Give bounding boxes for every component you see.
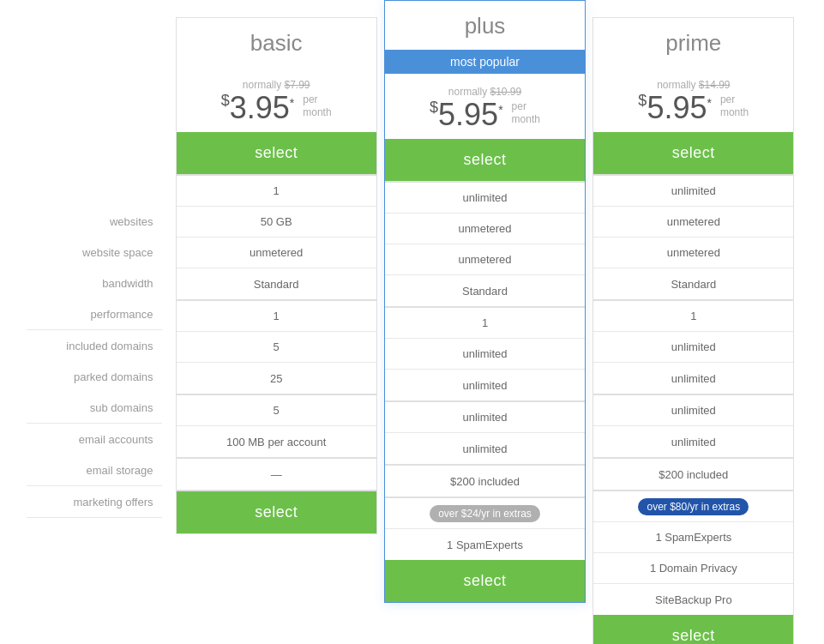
- plus-websites: unlimited: [385, 183, 585, 214]
- plan-basic-price: $3.95*: [221, 90, 304, 125]
- plus-email-accounts: unlimited: [385, 402, 585, 433]
- prime-extras-badge: over $80/yr in extras: [638, 498, 749, 515]
- plus-marketing-group: $200 included: [385, 466, 585, 498]
- plus-marketing-offers: $200 included: [385, 466, 585, 497]
- plan-plus-normal-price: $10.99: [490, 86, 521, 98]
- plus-email-storage: unlimited: [385, 433, 585, 464]
- plan-plus: plus most popular normally $10.99 $5.95*…: [384, 0, 586, 603]
- plus-performance: Standard: [385, 275, 585, 306]
- plus-parked-domains: unlimited: [385, 339, 585, 370]
- feature-labels: websites website space bandwidth perform…: [27, 17, 172, 518]
- basic-email-accounts: 5: [177, 395, 376, 426]
- plan-plus-per: permonth: [512, 100, 540, 127]
- plan-basic-name: basic: [185, 30, 368, 57]
- plan-basic-normally: normally $7.99: [185, 79, 368, 91]
- prime-email-storage: unlimited: [593, 426, 793, 457]
- label-group-marketing: marketing offers: [27, 486, 162, 518]
- label-sub-domains: sub domains: [27, 392, 162, 423]
- prime-sub-domains: unlimited: [593, 363, 793, 394]
- prime-parked-domains: unlimited: [593, 332, 793, 363]
- plan-prime-price: $5.95*: [638, 90, 720, 125]
- plan-prime-features: unlimited unmetered unmetered Standard 1…: [593, 174, 793, 615]
- plan-basic-per: permonth: [303, 93, 331, 120]
- plus-hosting-group: unlimited unmetered unmetered Standard: [385, 181, 585, 308]
- label-bandwidth: bandwidth: [27, 268, 162, 298]
- label-email-storage: email storage: [27, 454, 162, 485]
- plan-basic-select-top[interactable]: select: [177, 132, 376, 174]
- prime-performance: Standard: [593, 268, 793, 299]
- plus-extras-badge: over $24/yr in extras: [430, 505, 540, 522]
- basic-website-space: 50 GB: [177, 207, 376, 238]
- basic-performance: Standard: [177, 268, 376, 299]
- plan-prime-normal-price: $14.99: [699, 79, 731, 91]
- prime-websites: unlimited: [593, 176, 793, 207]
- plan-prime-per: permonth: [720, 93, 749, 120]
- plan-prime-select-bottom[interactable]: select: [593, 615, 793, 644]
- plus-website-space: unmetered: [385, 214, 585, 244]
- plan-plus-name: plus: [394, 13, 576, 39]
- plan-basic-features: 1 50 GB unmetered Standard 1 5 25 5 100 …: [177, 174, 376, 491]
- label-marketing-offers: marketing offers: [27, 486, 162, 517]
- prime-marketing-group: $200 included: [593, 459, 793, 491]
- plus-email-group: unlimited unlimited: [385, 402, 585, 466]
- basic-marketing-group: —: [177, 459, 376, 491]
- plan-basic-header: basic: [177, 18, 376, 67]
- prime-domains-group: 1 unlimited unlimited: [593, 301, 793, 395]
- prime-email-accounts: unlimited: [593, 395, 793, 426]
- plus-sub-domains: unlimited: [385, 370, 585, 400]
- basic-marketing-offers: —: [177, 459, 376, 490]
- label-website-space: website space: [27, 237, 162, 268]
- plan-basic: basic normally $7.99 $3.95* permonth sel…: [176, 17, 377, 534]
- basic-email-storage: 100 MB per account: [177, 426, 376, 457]
- plan-prime-normally: normally $14.99: [602, 79, 785, 91]
- plan-plus-features: unlimited unmetered unmetered Standard 1…: [385, 181, 585, 560]
- plan-plus-normally: normally $10.99: [394, 86, 576, 98]
- plan-basic-select-bottom[interactable]: select: [177, 491, 376, 533]
- basic-parked-domains: 5: [177, 332, 376, 363]
- most-popular-badge: most popular: [385, 50, 585, 74]
- plus-extras-badge-row: over $24/yr in extras: [385, 498, 585, 529]
- plan-plus-price: $5.95*: [430, 97, 512, 132]
- plan-prime-price-box: normally $14.99 $5.95* permonth: [593, 67, 793, 132]
- prime-website-space: unmetered: [593, 207, 793, 238]
- basic-websites: 1: [177, 176, 376, 207]
- label-group-hosting: websites website space bandwidth perform…: [27, 206, 162, 330]
- basic-domains-group: 1 5 25: [177, 301, 376, 395]
- plus-included-domains: 1: [385, 308, 585, 339]
- plan-plus-header: plus: [385, 1, 585, 50]
- label-websites: websites: [27, 206, 162, 237]
- plan-prime-header: prime: [593, 18, 793, 67]
- label-email-accounts: email accounts: [27, 424, 162, 454]
- basic-included-domains: 1: [177, 301, 376, 332]
- prime-domain-privacy: 1 Domain Privacy: [593, 553, 793, 584]
- prime-marketing-offers: $200 included: [593, 459, 793, 490]
- prime-bandwidth: unmetered: [593, 238, 793, 268]
- plan-prime-name: prime: [602, 30, 785, 57]
- plus-domains-group: 1 unlimited unlimited: [385, 308, 585, 402]
- prime-extras-badge-row: over $80/yr in extras: [593, 491, 793, 522]
- pricing-container: websites website space bandwidth perform…: [27, 17, 798, 644]
- plan-plus-price-box: normally $10.99 $5.95* permonth: [385, 74, 585, 139]
- plan-prime: prime normally $14.99 $5.95* permonth se…: [592, 17, 794, 644]
- basic-sub-domains: 25: [177, 363, 376, 394]
- plus-bandwidth: unmetered: [385, 244, 585, 275]
- label-parked-domains: parked domains: [27, 361, 162, 392]
- prime-email-group: unlimited unlimited: [593, 395, 793, 459]
- basic-hosting-group: 1 50 GB unmetered Standard: [177, 174, 376, 301]
- prime-hosting-group: unlimited unmetered unmetered Standard: [593, 174, 793, 301]
- plan-plus-select-top[interactable]: select: [385, 139, 585, 181]
- basic-bandwidth: unmetered: [177, 238, 376, 268]
- prime-included-domains: 1: [593, 301, 793, 332]
- plan-basic-price-box: normally $7.99 $3.95* permonth: [177, 67, 376, 132]
- plan-plus-select-bottom[interactable]: select: [385, 560, 585, 602]
- label-group-email: email accounts email storage: [27, 424, 162, 486]
- label-included-domains: included domains: [27, 330, 162, 361]
- label-group-domains: included domains parked domains sub doma…: [27, 330, 162, 424]
- label-performance: performance: [27, 298, 162, 329]
- prime-sitebackup: SiteBackup Pro: [593, 584, 793, 615]
- plus-spam-experts: 1 SpamExperts: [385, 529, 585, 560]
- plan-prime-select-top[interactable]: select: [593, 132, 793, 174]
- prime-spam-experts: 1 SpamExperts: [593, 522, 793, 553]
- basic-email-group: 5 100 MB per account: [177, 395, 376, 459]
- plan-basic-normal-price: $7.99: [284, 79, 310, 91]
